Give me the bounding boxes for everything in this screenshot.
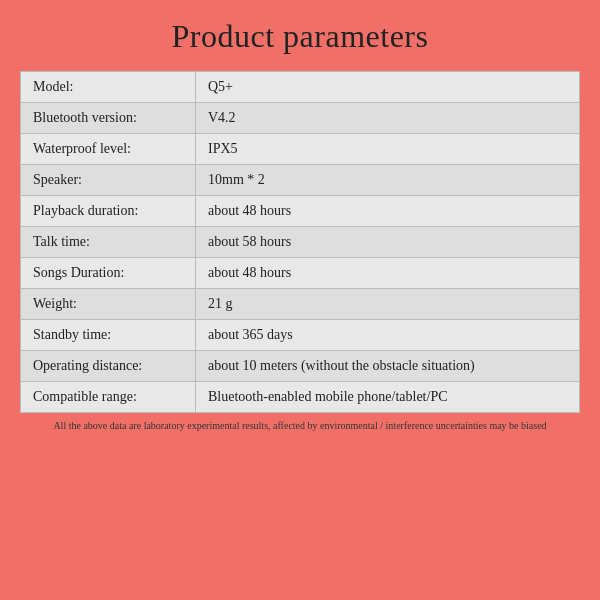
footer-note: All the above data are laboratory experi… xyxy=(20,419,580,432)
table-row: Compatible range:Bluetooth-enabled mobil… xyxy=(21,382,579,412)
table-row: Weight:21 g xyxy=(21,289,579,320)
table-row: Operating distance:about 10 meters (with… xyxy=(21,351,579,382)
cell-value: Q5+ xyxy=(196,72,579,102)
cell-value: about 48 hours xyxy=(196,196,579,226)
table-row: Speaker:10mm * 2 xyxy=(21,165,579,196)
table-row: Playback duration:about 48 hours xyxy=(21,196,579,227)
cell-label: Speaker: xyxy=(21,165,196,195)
cell-value: IPX5 xyxy=(196,134,579,164)
cell-label: Operating distance: xyxy=(21,351,196,381)
table-row: Songs Duration:about 48 hours xyxy=(21,258,579,289)
cell-label: Weight: xyxy=(21,289,196,319)
cell-label: Compatible range: xyxy=(21,382,196,412)
table-row: Talk time:about 58 hours xyxy=(21,227,579,258)
cell-value: V4.2 xyxy=(196,103,579,133)
cell-label: Playback duration: xyxy=(21,196,196,226)
cell-label: Songs Duration: xyxy=(21,258,196,288)
cell-value: 10mm * 2 xyxy=(196,165,579,195)
cell-value: about 58 hours xyxy=(196,227,579,257)
cell-label: Standby time: xyxy=(21,320,196,350)
cell-value: about 365 days xyxy=(196,320,579,350)
cell-label: Bluetooth version: xyxy=(21,103,196,133)
cell-value: 21 g xyxy=(196,289,579,319)
table-row: Standby time:about 365 days xyxy=(21,320,579,351)
product-table: Model:Q5+Bluetooth version:V4.2Waterproo… xyxy=(20,71,580,413)
cell-value: about 48 hours xyxy=(196,258,579,288)
table-row: Bluetooth version:V4.2 xyxy=(21,103,579,134)
cell-label: Waterproof level: xyxy=(21,134,196,164)
table-row: Model:Q5+ xyxy=(21,72,579,103)
page-title: Product parameters xyxy=(172,18,429,55)
cell-label: Model: xyxy=(21,72,196,102)
table-row: Waterproof level:IPX5 xyxy=(21,134,579,165)
cell-value: Bluetooth-enabled mobile phone/tablet/PC xyxy=(196,382,579,412)
cell-label: Talk time: xyxy=(21,227,196,257)
cell-value: about 10 meters (without the obstacle si… xyxy=(196,351,579,381)
